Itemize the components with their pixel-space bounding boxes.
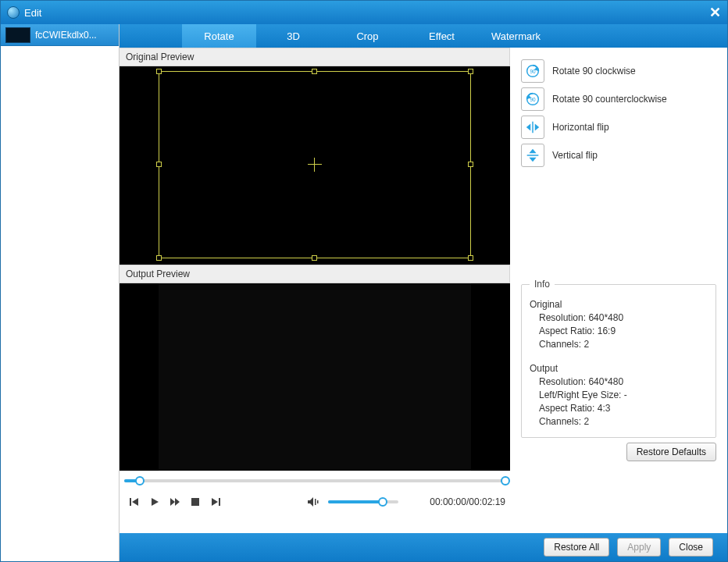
original-preview-label: Original Preview [120,48,510,66]
titlebar: Edit ✕ [1,1,727,24]
crop-box[interactable] [159,71,471,258]
restore-all-button[interactable]: Restore All [544,538,609,557]
time-display: 00:00:00/00:02:19 [430,496,505,507]
svg-marker-17 [535,123,540,130]
apply-button[interactable]: Apply [617,538,661,557]
bottom-bar: Restore All Apply Close [120,533,727,561]
file-thumbnail [5,27,30,43]
rotate-ccw-button[interactable]: 90 Rotate 90 counterclockwise [521,85,716,113]
window-title: Edit [24,7,41,19]
rotate-cw-button[interactable]: 90 Rotate 90 clockwise [521,57,716,85]
file-name: fcCWIEkdlx0... [35,30,97,41]
vertical-flip-button[interactable]: Vertical flip [521,141,716,169]
output-preview-label: Output Preview [120,265,510,283]
tabbar: Rotate 3D Crop Effect Watermark [120,24,727,48]
rotate-cw-label: Rotate 90 clockwise [552,66,636,76]
svg-rect-5 [191,498,199,506]
prev-button[interactable] [124,493,145,511]
file-sidebar: fcCWIEkdlx0... [1,24,120,561]
info-output-resolution: Resolution: 640*480 [539,376,708,387]
svg-marker-6 [212,498,218,506]
info-original-title: Original [530,299,708,310]
svg-rect-10 [317,500,319,503]
svg-rect-9 [315,499,316,505]
next-button[interactable] [205,493,226,511]
svg-marker-3 [170,498,175,506]
info-output-aspect: Aspect Ratio: 4:3 [539,403,708,414]
output-preview [120,283,510,471]
svg-rect-7 [219,498,220,506]
crop-handle[interactable] [468,69,473,74]
play-button[interactable] [145,493,165,511]
crop-handle[interactable] [468,255,473,261]
tab-rotate[interactable]: Rotate [182,24,256,48]
svg-marker-1 [132,498,138,506]
seek-slider[interactable] [124,479,505,482]
info-original-aspect: Aspect Ratio: 16:9 [539,325,708,336]
info-panel: Info Original Resolution: 640*480 Aspect… [521,279,716,438]
info-original-channels: Channels: 2 [539,339,708,350]
app-icon [7,6,20,19]
horizontal-flip-label: Horizontal flip [552,122,609,133]
crop-handle[interactable] [156,69,162,74]
info-output-channels: Channels: 2 [539,416,708,427]
svg-marker-20 [529,158,536,162]
crop-handle[interactable] [156,162,162,167]
seek-thumb-end[interactable] [501,476,510,486]
close-button[interactable]: Close [669,538,713,557]
seek-thumb-start[interactable] [135,476,145,486]
crop-center-icon[interactable] [308,158,322,172]
tab-effect[interactable]: Effect [405,24,479,48]
svg-marker-16 [526,123,531,130]
tab-watermark[interactable]: Watermark [479,24,553,48]
svg-marker-8 [308,497,313,507]
svg-marker-4 [175,498,180,506]
fast-forward-button[interactable] [165,493,185,511]
crop-handle[interactable] [468,162,473,167]
rotate-cw-icon: 90 [521,59,544,83]
crop-handle[interactable] [312,69,317,74]
info-original-resolution: Resolution: 640*480 [539,312,708,323]
svg-marker-2 [152,498,159,506]
restore-defaults-button[interactable]: Restore Defaults [626,443,716,461]
svg-text:90: 90 [530,97,536,102]
crop-handle[interactable] [156,255,162,261]
info-output-eye: Left/Right Eye Size: - [539,389,708,400]
vertical-flip-icon [521,144,544,167]
horizontal-flip-button[interactable]: Horizontal flip [521,113,716,141]
file-item[interactable]: fcCWIEkdlx0... [1,24,119,46]
volume-icon[interactable] [303,493,323,511]
rotate-ccw-icon: 90 [521,87,544,111]
edit-window: Edit ✕ fcCWIEkdlx0... Rotate 3D Crop Eff… [0,0,728,562]
info-legend: Info [530,279,555,290]
crop-handle[interactable] [312,255,317,261]
volume-slider[interactable] [328,500,398,503]
tab-crop[interactable]: Crop [330,24,405,48]
stop-button[interactable] [185,493,205,511]
info-output-title: Output [530,363,708,374]
svg-text:90: 90 [530,69,536,74]
rotate-ccw-label: Rotate 90 counterclockwise [552,94,667,105]
svg-marker-19 [529,149,536,154]
close-icon[interactable]: ✕ [709,4,721,21]
vertical-flip-label: Vertical flip [552,150,598,161]
tab-3d[interactable]: 3D [256,24,330,48]
original-preview[interactable] [120,66,510,265]
horizontal-flip-icon [521,116,544,139]
svg-rect-0 [130,498,131,506]
